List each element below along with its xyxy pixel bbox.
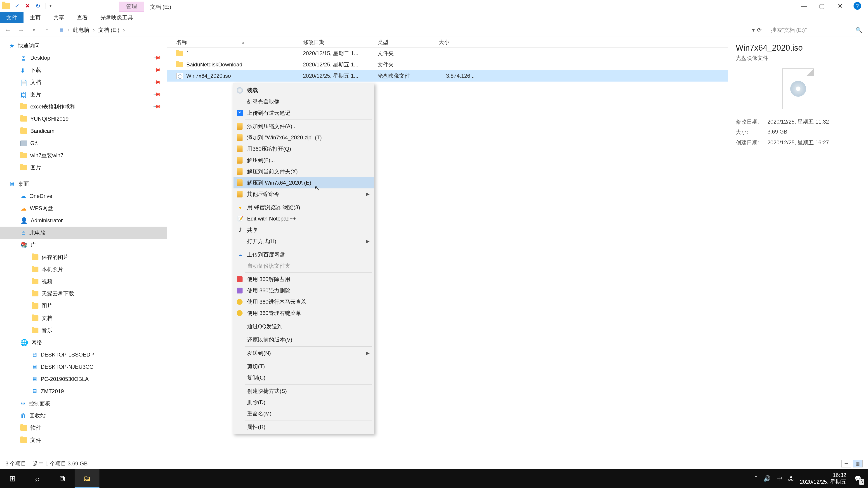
tree-saved-pictures[interactable]: 保存的图片 [0, 251, 167, 263]
ctx-rename[interactable]: 重命名(M) [234, 408, 374, 419]
taskbar-clock[interactable]: 16:32 2020/12/25, 星期五 [800, 472, 846, 485]
tree-wps[interactable]: ☁WPS网盘 [0, 202, 167, 215]
ctx-cut[interactable]: 剪切(T) [234, 361, 374, 372]
file-row[interactable]: BaiduNetdiskDownload 2020/12/25, 星期五 1..… [167, 59, 728, 70]
ctx-properties[interactable]: 属性(R) [234, 421, 374, 433]
ime-indicator[interactable]: 中 [776, 475, 782, 483]
tree-videos-lib[interactable]: 视频 [0, 275, 167, 288]
ribbon-tab-view[interactable]: 查看 [70, 12, 94, 23]
tree-folder-yunqishi[interactable]: YUNQISHI2019 [0, 113, 167, 125]
ribbon-tab-disc-tools[interactable]: 光盘映像工具 [94, 12, 139, 23]
ribbon-context-manage[interactable]: 管理 [119, 2, 144, 12]
ctx-add-zip[interactable]: 添加到 "Win7x64_2020.zip" (T) [234, 132, 374, 143]
start-button[interactable]: ⊞ [0, 469, 25, 488]
ctx-honey-browse[interactable]: ●用 蜂蜜浏览器 浏览(3) [234, 202, 374, 213]
tree-downloads[interactable]: ⬇下载📌 [0, 64, 167, 76]
ctx-send-to[interactable]: 发送到(N)▶ [234, 348, 374, 359]
tree-documents[interactable]: 📄文档📌 [0, 76, 167, 88]
ctx-ynote[interactable]: Y上传到有道云笔记 [234, 107, 374, 119]
tree-recycle-bin[interactable]: 🗑回收站 [0, 410, 167, 422]
nav-forward-button[interactable]: → [16, 25, 26, 35]
col-type[interactable]: 类型 [377, 39, 438, 46]
file-row-selected[interactable]: Win7x64_2020.iso 2020/12/25, 星期五 1... 光盘… [167, 70, 728, 82]
tree-onedrive[interactable]: ☁OneDrive [0, 190, 167, 202]
address-dropdown-chevron[interactable]: ▾ [752, 27, 755, 33]
minimize-button[interactable]: — [799, 1, 808, 10]
breadcrumb-chevron[interactable]: › [68, 27, 69, 33]
ctx-copy[interactable]: 复制(C) [234, 372, 374, 383]
tree-net-pc2[interactable]: 🖥DESKTOP-NJEU3CG [0, 361, 167, 373]
col-modified[interactable]: 修改日期 [303, 39, 377, 46]
col-name[interactable]: 名称▴ [176, 39, 303, 46]
ctx-open-with[interactable]: 打开方式(H)▶ [234, 236, 374, 247]
tree-control-panel[interactable]: ⚙控制面板 [0, 397, 167, 410]
search-box[interactable]: 搜索"文档 (E:)" 🔍 [768, 25, 865, 35]
tree-desktop-root[interactable]: 🖥桌面 [0, 178, 167, 190]
view-icons-button[interactable]: ▦ [852, 460, 863, 467]
ctx-extract-to[interactable]: 解压到(F)... [234, 155, 374, 166]
action-center-button[interactable]: 💬3 [852, 473, 864, 484]
qat-undo-icon[interactable]: ↻ [35, 3, 41, 9]
col-size[interactable]: 大小 [438, 39, 484, 46]
volume-icon[interactable]: 🔊 [763, 475, 771, 482]
ribbon-tab-home[interactable]: 主页 [24, 12, 47, 23]
refresh-icon[interactable]: ⟳ [757, 27, 762, 33]
ctx-extract-named[interactable]: 解压到 Win7x64_2020\ (E) [234, 177, 374, 188]
tree-tianyi[interactable]: 天翼云盘下载 [0, 288, 167, 300]
ctx-360-menu[interactable]: 使用 360管理右键菜单 [234, 307, 374, 319]
ctx-burn[interactable]: 刻录光盘映像 [234, 96, 374, 107]
tree-local-photos[interactable]: 本机照片 [0, 263, 167, 275]
ctx-360-delete[interactable]: 使用 360强力删除 [234, 285, 374, 296]
ctx-other-zip[interactable]: 其他压缩命令▶ [234, 188, 374, 200]
close-button[interactable]: ✕ [835, 1, 844, 10]
tree-folder-files[interactable]: 文件 [0, 434, 167, 446]
tree-quick-access[interactable]: ★快速访问 [0, 39, 167, 52]
tree-music-lib[interactable]: 音乐 [0, 324, 167, 336]
tree-docs-lib[interactable]: 文档 [0, 312, 167, 324]
tree-folder-win7reinstall[interactable]: win7重装win7 [0, 149, 167, 162]
tree-folder-software[interactable]: 软件 [0, 422, 167, 434]
search-button[interactable]: ⌕ [25, 469, 50, 488]
network-icon[interactable]: 🖧 [788, 475, 794, 482]
tray-chevron-icon[interactable]: ˄ [754, 475, 757, 482]
breadcrumb-chevron[interactable]: › [123, 27, 125, 33]
navigation-pane[interactable]: ★快速访问 🖥Desktop📌 ⬇下载📌 📄文档📌 🖼图片📌 excel表格制作… [0, 37, 167, 459]
breadcrumb-root[interactable]: 此电脑 [73, 26, 89, 34]
ctx-open-360zip[interactable]: 用360压缩打开(Q) [234, 143, 374, 155]
ribbon-tab-file[interactable]: 文件 [0, 12, 24, 23]
qat-customize-chevron[interactable]: ▾ [50, 3, 52, 8]
breadcrumb-drive[interactable]: 文档 (E:) [98, 26, 119, 34]
view-details-button[interactable]: ☰ [841, 460, 851, 467]
ctx-qq-send[interactable]: 通过QQ发送到 [234, 321, 374, 332]
ctx-notepadpp[interactable]: 📝Edit with Notepad++ [234, 213, 374, 224]
ctx-delete[interactable]: 删除(D) [234, 397, 374, 408]
tree-net-pc3[interactable]: 🖥PC-20190530OBLA [0, 373, 167, 385]
tree-folder-pictures2[interactable]: 图片 [0, 162, 167, 174]
nav-back-button[interactable]: ← [3, 25, 13, 35]
tree-folder-bandicam[interactable]: Bandicam [0, 125, 167, 137]
tree-desktop[interactable]: 🖥Desktop📌 [0, 52, 167, 64]
taskview-button[interactable]: ⧉ [50, 469, 74, 488]
nav-recent-chevron[interactable]: ▾ [29, 25, 39, 35]
tree-folder-excel[interactable]: excel表格制作求和📌 [0, 101, 167, 113]
ctx-extract-here[interactable]: 解压到当前文件夹(X) [234, 166, 374, 177]
file-row[interactable]: 1 2020/12/15, 星期二 1... 文件夹 [167, 48, 728, 59]
ctx-360-scan[interactable]: 使用 360进行木马云查杀 [234, 296, 374, 307]
ctx-add-archive[interactable]: 添加到压缩文件(A)... [234, 121, 374, 132]
breadcrumb-chevron[interactable]: › [93, 27, 95, 33]
tree-user-admin[interactable]: 👤Administrator [0, 215, 167, 227]
tree-pictures[interactable]: 🖼图片📌 [0, 88, 167, 101]
ctx-360-unlock[interactable]: 使用 360解除占用 [234, 273, 374, 285]
help-button[interactable]: ? [854, 2, 861, 10]
tree-network[interactable]: 🌐网络 [0, 336, 167, 349]
ctx-share[interactable]: ⤴共享 [234, 224, 374, 236]
ctx-restore-prev[interactable]: 还原以前的版本(V) [234, 334, 374, 346]
ctx-mount[interactable]: 装载 [234, 85, 374, 96]
tree-drive-g[interactable]: G:\ [0, 137, 167, 149]
tree-net-pc1[interactable]: 🖥DESKTOP-LSSOEDP [0, 349, 167, 361]
tree-libraries[interactable]: 📚库 [0, 239, 167, 251]
maximize-button[interactable]: ▢ [817, 1, 827, 10]
tree-pics-lib[interactable]: 图片 [0, 300, 167, 312]
file-explorer-taskbar-button[interactable]: 🗂 [74, 469, 99, 488]
ctx-baidu-upload[interactable]: ☁上传到百度网盘 [234, 249, 374, 260]
